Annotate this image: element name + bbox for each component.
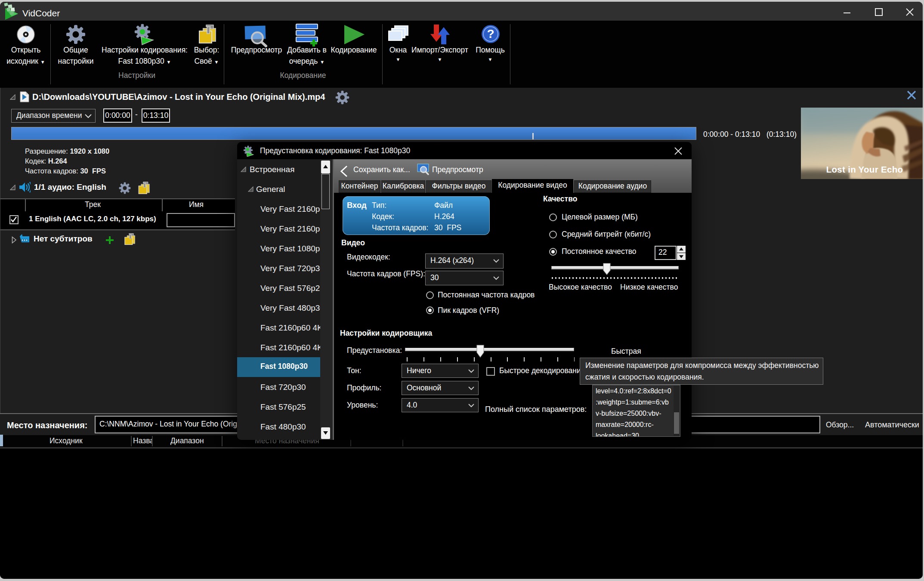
- svg-text:Lost in Your Echo: Lost in Your Echo: [826, 164, 903, 174]
- svg-text:?: ?: [487, 27, 494, 40]
